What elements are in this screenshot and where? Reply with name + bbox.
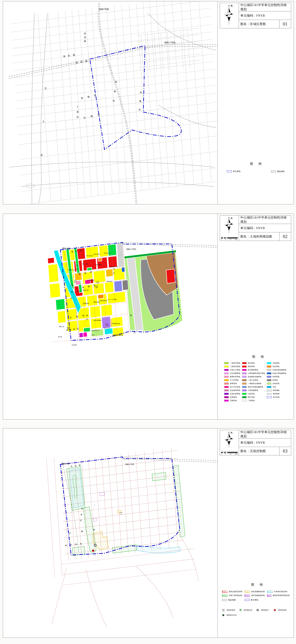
map-label: 玫瑰家园 <box>95 264 101 266</box>
color-swatch <box>242 372 247 374</box>
map-label: 12 <box>70 542 71 543</box>
legend-label: 规划道路 <box>273 393 280 395</box>
map-label: 地铁6号线 <box>62 247 71 250</box>
legend-label: 水域 <box>273 386 276 388</box>
map-label: 小 <box>97 282 99 283</box>
legend-header: 图例 <box>222 582 292 587</box>
compass-north-icon: N <box>224 4 235 26</box>
map-label: 富城国际花园 <box>112 323 120 324</box>
doc-title: 中心城区181中学单元控制性详细规划 <box>240 3 290 11</box>
doc-title: 中心城区181中学单元控制性详细规划 <box>240 216 290 224</box>
pump-planned-icon <box>222 614 225 616</box>
map-label: 地铁15号线 <box>125 463 134 465</box>
legend-item: 规划道路 <box>267 392 286 396</box>
map-label: 海棠花园 <box>93 301 99 303</box>
map-label: 四十六中学 <box>104 328 110 329</box>
legend-label: 区域公用设施用地 <box>273 372 286 374</box>
scale-tick: 75 <box>225 453 226 455</box>
color-swatch <box>242 362 247 364</box>
legend-label: 一类物流仓储用地 <box>248 382 261 385</box>
heat-existing-icon <box>257 609 259 611</box>
unit-code-row: 单元编码：FNYB <box>239 438 291 447</box>
doc-title: 中心城区181中学单元控制性详细规划 <box>240 430 290 438</box>
legend-item: 道路交通红线控制 <box>222 590 245 594</box>
map-label: 丁香街 <box>76 106 79 118</box>
map-name-row: 图名：五线控制图 03 <box>239 447 291 455</box>
legend-label: 广场用地 <box>248 400 255 402</box>
color-swatch <box>224 362 229 364</box>
legend-line-items: 道路交通红线控制基础设施黄线控制水体保护蓝线控制绿地广场绿线控制保护范围紫线控制… <box>222 590 292 597</box>
legend-item: 文化设施用地 <box>224 372 240 375</box>
legend-label: 商业用地 <box>248 362 255 364</box>
sheet-number: 02 <box>279 232 291 241</box>
planned-metro-swatch <box>267 390 272 392</box>
panel-region-location: 地铁6号线地铁15号线青松路雪松路桂花路香杨路沙柳路丁香街迎春街玫瑰街沈大高 N <box>3 1 294 204</box>
legend-label: 规划变电所 <box>278 609 287 611</box>
map-label: 家乐园 <box>58 336 62 338</box>
map-label: 花见新村 <box>72 344 77 346</box>
unit-boundary <box>90 46 181 150</box>
legend-item: 区域绿地 <box>267 382 286 385</box>
map-label: 12 <box>77 503 79 504</box>
planned-metro-swatch <box>271 170 276 172</box>
color-swatch <box>224 376 229 378</box>
legend-item: 公园绿地 <box>242 392 265 396</box>
unit-boundary-swatch <box>227 170 232 172</box>
color-swatch <box>267 369 271 371</box>
panel-land-use: 地铁6号线地铁15号线雪松路潮东社区龙街柏路玫瑰家园火车站前广场枫杨路丹街人字路… <box>3 214 294 420</box>
legend-label: 现状热源厂 <box>261 609 270 611</box>
map-name-row: 图名：土地利用规划图 02 <box>239 232 291 241</box>
unit-code-row: 单元编码：FNYB <box>239 12 291 20</box>
color-swatch <box>267 379 271 381</box>
map-label: 幼 <box>96 286 97 288</box>
map-label: 大润发 <box>77 290 81 292</box>
legend-label: 基础设施黄线控制 <box>251 590 265 593</box>
purple-line-areas <box>91 492 106 521</box>
legend-column: 一类居住用地二类居住用地行政办公用地文化设施用地教育科研用地中小学用地体育用地医… <box>224 362 240 402</box>
unit-code: 单元编码：FNYB <box>240 14 265 18</box>
map2-land-use-svg: 地铁6号线地铁15号线雪松路潮东社区龙街柏路玫瑰家园火车站前广场枫杨路丹街人字路… <box>3 214 218 419</box>
legend-item: 规划地铁 <box>267 389 286 392</box>
legend-rail-items: 规划地铁单元界线 <box>222 598 292 602</box>
map-label: 沙柳路 <box>83 112 105 119</box>
unit-code-row: 单元编码：FNYB <box>239 224 291 232</box>
legend-item: 水域 <box>267 385 286 389</box>
map-label: 迎春街 <box>80 508 83 522</box>
map-label: 大 <box>42 120 44 123</box>
map-label: 地铁6号线 <box>99 8 109 10</box>
legend-item: 教育科研用地 <box>224 375 240 378</box>
line-control-swatch <box>222 594 228 596</box>
map-label: 沙柳花园 <box>83 302 89 304</box>
legend-label: 公用设施营业网点用地 <box>248 372 265 374</box>
north-label: N <box>231 431 233 434</box>
legend-label: 商务用地 <box>248 366 255 368</box>
color-swatch <box>224 386 229 388</box>
map-label: 长 <box>130 314 132 316</box>
legend-item: 规划地铁 <box>222 598 236 602</box>
legend-label: 单元界线 <box>233 170 241 173</box>
legend-label: 医疗卫生用地 <box>230 386 240 388</box>
legend-label: 单元界线 <box>273 396 280 398</box>
map-label: 南沙柳路 <box>65 542 85 546</box>
color-swatch <box>224 382 229 384</box>
legend-label: 区域交通设施用地 <box>273 369 286 371</box>
map-label: 大 <box>133 331 136 334</box>
legend-item: 防护绿地 <box>242 396 265 399</box>
legend-item: 商业用地 <box>242 362 265 365</box>
map-label: 溪畔人家 <box>59 326 64 327</box>
color-swatch <box>242 376 247 378</box>
map-name-row: 图名：区域位置图 01 <box>239 20 291 28</box>
map-name: 图名：区域位置图 <box>240 22 266 26</box>
legend-panel2: 图例 一类居住用地二类居住用地行政办公用地文化设施用地教育科研用地中小学用地体育… <box>224 354 292 402</box>
color-swatch <box>242 393 247 395</box>
line-control-swatch <box>245 590 250 593</box>
legend-label: 防护绿地 <box>248 396 255 398</box>
legend-item: 单元界线 <box>227 170 241 173</box>
legend-item: 一类物流仓储用地 <box>242 382 265 385</box>
legend-label: 绿地广场绿线控制 <box>229 594 242 596</box>
map-label: 22 <box>94 504 95 506</box>
legend-label: 体育用地 <box>230 382 237 385</box>
telecom-planned-icon <box>239 609 242 611</box>
legend-item: 特殊用地 <box>267 375 286 378</box>
title-row: 中心城区181中学单元控制性详细规划 <box>239 430 291 438</box>
